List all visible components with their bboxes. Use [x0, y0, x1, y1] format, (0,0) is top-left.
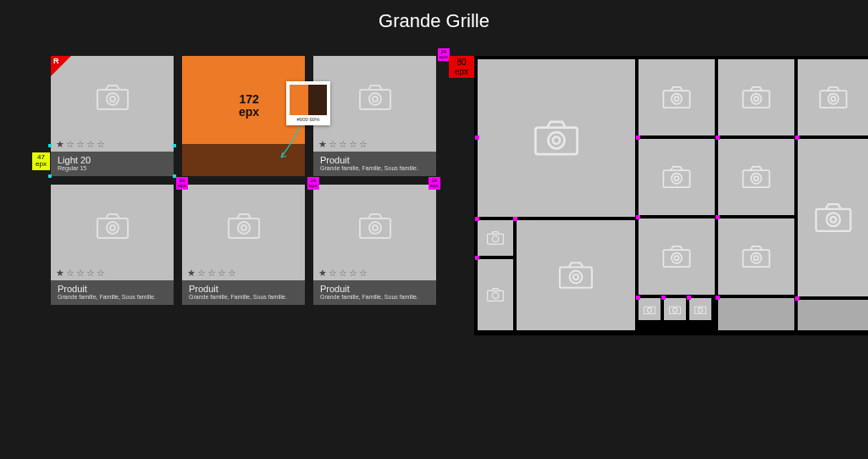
- tile-subtitle: Grande famille, Famille, Sous famille.: [58, 294, 167, 300]
- swatch-label: #000 60%: [290, 117, 327, 122]
- svg-point-35: [830, 217, 836, 223]
- tile-subtitle: Grande famille, Famille, Sous famille.: [189, 294, 298, 300]
- mosaic-cell-wide[interactable]: [517, 220, 635, 330]
- ribbon-badge-text: R: [53, 57, 59, 65]
- svg-point-39: [570, 271, 583, 284]
- mosaic-cell-short[interactable]: [798, 300, 868, 330]
- swatch-color-light: [290, 85, 308, 115]
- svg-point-48: [492, 292, 498, 298]
- svg-point-23: [754, 97, 758, 101]
- product-tile[interactable]: R ★☆☆☆☆ Light 20 Regular 15: [51, 56, 174, 176]
- svg-point-43: [674, 256, 678, 260]
- mosaic-cell-large[interactable]: [478, 59, 635, 217]
- svg-point-2: [110, 97, 115, 102]
- svg-point-8: [110, 225, 115, 230]
- svg-point-29: [674, 176, 678, 180]
- svg-point-42: [672, 253, 682, 263]
- tile-caption: Produit Grande famille, Famille, Sous fa…: [182, 280, 305, 305]
- svg-point-1: [107, 93, 119, 105]
- annotation-gap-24: 24 epx: [176, 177, 188, 190]
- tile-caption: Light 20 Regular 15: [51, 152, 174, 176]
- mosaic-cell-medium[interactable]: [718, 59, 794, 135]
- svg-point-50: [647, 307, 651, 312]
- mosaic-cell-medium[interactable]: [718, 218, 794, 295]
- grid-marker: [716, 296, 720, 300]
- annotation-47epx: 47 epx: [32, 152, 50, 170]
- product-tile[interactable]: ★☆☆☆☆ Produit Grande famille, Famille, S…: [313, 185, 436, 305]
- svg-point-17: [553, 137, 560, 144]
- product-image-placeholder: [51, 185, 174, 268]
- tick-marker: [48, 174, 52, 178]
- svg-point-10: [238, 222, 250, 234]
- tile-subtitle: Grande famille, Famille, Sous famille.: [320, 165, 429, 171]
- product-tile[interactable]: ★☆☆☆☆ Produit Grande famille, Famille, S…: [182, 185, 305, 305]
- annotation-gap-24: 24 epx: [438, 48, 450, 61]
- grid-marker: [475, 256, 479, 260]
- mosaic-cell-tiny[interactable]: [639, 298, 661, 320]
- svg-point-19: [672, 94, 682, 104]
- mosaic-cell-tiny[interactable]: [664, 298, 686, 320]
- tick-marker: [48, 144, 52, 147]
- grid-marker: [636, 296, 640, 300]
- svg-point-4: [369, 93, 381, 105]
- design-canvas: R ★☆☆☆☆ Light 20 Regular 15 ★☆☆☆☆ Produi…: [51, 56, 868, 429]
- svg-point-26: [831, 97, 835, 101]
- svg-point-52: [672, 307, 677, 312]
- grid-marker: [795, 296, 799, 301]
- page-title: Grande Grille: [0, 0, 868, 39]
- grid-marker: [475, 135, 479, 140]
- grid-marker: [716, 135, 720, 140]
- tile-subtitle: Grande famille, Famille, Sous famille.: [320, 294, 429, 300]
- annotation-172epx: 172 epx: [239, 93, 259, 118]
- svg-point-16: [548, 132, 564, 148]
- svg-point-25: [827, 94, 838, 104]
- product-image-placeholder: [313, 56, 436, 139]
- mosaic-cell-medium[interactable]: [798, 59, 868, 135]
- grid-marker: [795, 135, 799, 140]
- tick-marker: [173, 144, 176, 147]
- product-tile[interactable]: ★☆☆☆☆ Produit Grande famille, Famille, S…: [313, 56, 436, 176]
- product-image-placeholder: [182, 185, 305, 268]
- tile-caption: Produit Grande famille, Famille, Sous fa…: [51, 280, 174, 305]
- tile-title: Produit: [189, 284, 298, 294]
- swatch-color-dark: [308, 85, 327, 115]
- svg-point-32: [754, 176, 758, 180]
- product-image-placeholder: [313, 185, 436, 268]
- mosaic-cell-tiny[interactable]: [689, 298, 711, 320]
- mosaic-cell-medium[interactable]: [639, 139, 715, 215]
- svg-point-13: [369, 222, 381, 234]
- svg-point-40: [573, 274, 578, 279]
- tile-title: Produit: [320, 155, 429, 165]
- annotation-gap-24: 24 epx: [428, 177, 440, 190]
- tile-title: Light 20: [58, 155, 167, 165]
- svg-point-7: [107, 222, 119, 234]
- svg-point-46: [754, 256, 758, 260]
- annotation-gap-24: 24 epx: [307, 177, 319, 190]
- mosaic-cell-medium[interactable]: [639, 218, 715, 295]
- annotation-80epx: 80 epx: [449, 56, 474, 78]
- svg-point-28: [672, 174, 682, 184]
- svg-point-5: [373, 97, 378, 102]
- svg-point-34: [827, 213, 840, 226]
- tile-title: Produit: [58, 284, 167, 294]
- mosaic-cell-medium[interactable]: [639, 59, 715, 135]
- svg-point-11: [241, 225, 246, 230]
- tile-caption: Produit Grande famille, Famille, Sous fa…: [313, 280, 436, 305]
- svg-point-45: [751, 253, 761, 263]
- mosaic-cell-tall[interactable]: [798, 139, 868, 296]
- mosaic-cell-small[interactable]: [478, 259, 513, 330]
- grid-marker: [513, 217, 517, 221]
- tile-caption: Produit Grande famille, Famille, Sous fa…: [313, 152, 436, 176]
- grid-marker: [716, 215, 720, 219]
- product-tile[interactable]: ★☆☆☆☆ Produit Grande famille, Famille, S…: [51, 185, 174, 305]
- svg-point-22: [751, 94, 761, 104]
- mosaic-cell-short[interactable]: [718, 298, 794, 330]
- mosaic-cell-small[interactable]: [478, 220, 513, 256]
- grid-marker: [475, 217, 479, 221]
- grid-marker: [687, 296, 691, 300]
- color-swatch-popover[interactable]: #000 60%: [286, 81, 330, 125]
- mosaic-cell-medium[interactable]: [718, 139, 794, 215]
- svg-point-31: [751, 174, 761, 184]
- tile-title: Produit: [320, 284, 429, 294]
- grid-marker: [636, 135, 640, 140]
